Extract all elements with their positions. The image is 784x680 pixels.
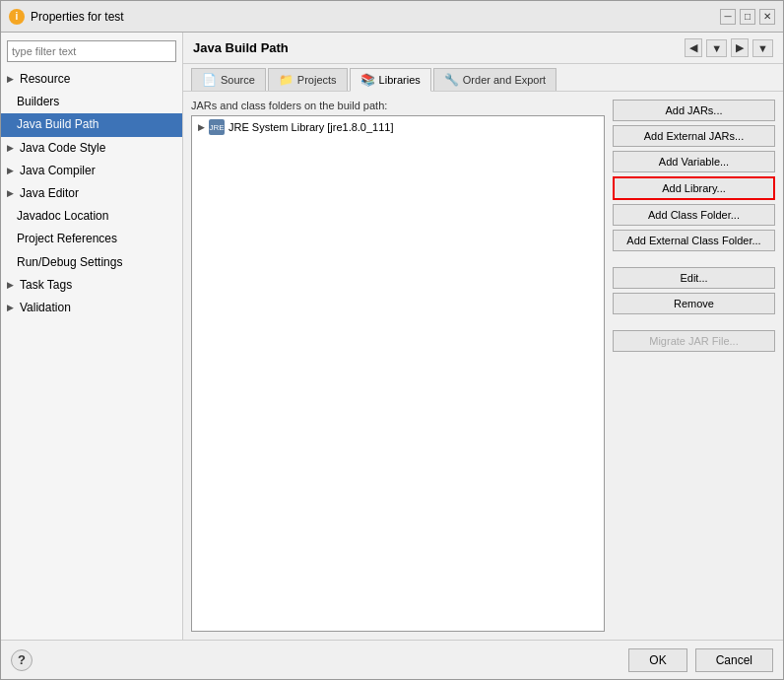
tab-libraries-label: Libraries [379,74,421,86]
remove-button[interactable]: Remove [613,293,775,314]
right-panel: Java Build Path ◀ ▼ ▶ ▼ 📄 Source 📁 Proje… [183,33,783,640]
list-and-buttons: JARs and class folders on the build path… [191,100,605,632]
sidebar-item-run-debug-settings[interactable]: Run/Debug Settings [1,251,182,274]
menu-button[interactable]: ▼ [752,39,773,57]
add-variable-button[interactable]: Add Variable... [613,151,775,172]
nav-dropdown-button[interactable]: ▼ [706,39,727,57]
add-library-button[interactable]: Add Library... [613,176,775,200]
order-export-tab-icon: 🔧 [444,73,459,87]
edit-button[interactable]: Edit... [613,267,775,289]
tab-projects[interactable]: 📁 Projects [268,68,348,91]
panel-header: Java Build Path ◀ ▼ ▶ ▼ [183,33,783,64]
sidebar-item-task-tags[interactable]: ▶ Task Tags [1,274,182,297]
expand-arrow-validation: ▶ [7,301,14,314]
sidebar-item-java-code-style[interactable]: ▶ Java Code Style [1,137,182,160]
sidebar: ▶ Resource Builders Java Build Path ▶ Ja… [1,33,183,640]
add-jars-button[interactable]: Add JARs... [613,100,775,121]
sidebar-item-java-editor[interactable]: ▶ Java Editor [1,182,182,205]
ok-button[interactable]: OK [628,648,686,672]
expand-arrow-java-editor: ▶ [7,186,14,200]
list-item-arrow: ▶ [198,122,205,132]
panel-nav: ◀ ▼ ▶ ▼ [685,38,773,57]
sidebar-item-java-build-path[interactable]: Java Build Path [1,113,182,136]
tab-order-export[interactable]: 🔧 Order and Export [433,68,556,91]
tab-source-label: Source [221,74,255,86]
back-button[interactable]: ◀ [685,38,702,57]
buttons-panel: Add JARs... Add External JARs... Add Var… [613,100,775,632]
add-external-class-folder-button[interactable]: Add External Class Folder... [613,230,775,251]
cancel-button[interactable]: Cancel [695,648,773,672]
expand-arrow-resource: ▶ [7,72,14,86]
tab-source[interactable]: 📄 Source [191,68,266,91]
dialog-title: Properties for test [31,10,124,24]
sidebar-item-java-compiler[interactable]: ▶ Java Compiler [1,160,182,182]
tab-order-export-label: Order and Export [463,74,546,86]
bottom-right: OK Cancel [628,648,773,672]
jre-library-icon: JRE [209,119,225,135]
add-class-folder-button[interactable]: Add Class Folder... [613,204,775,226]
title-controls: ─ □ ✕ [720,9,775,25]
bottom-left: ? [11,649,33,671]
filter-input[interactable] [7,40,176,62]
sidebar-item-builders[interactable]: Builders [1,91,182,113]
expand-arrow-java-compiler: ▶ [7,164,14,177]
title-bar-left: i Properties for test [9,9,124,25]
jre-library-label: JRE System Library [jre1.8.0_111] [229,121,394,133]
help-button[interactable]: ? [11,649,33,671]
bottom-bar: ? OK Cancel [1,640,783,679]
build-path-list[interactable]: ▶ JRE JRE System Library [jre1.8.0_111] [191,115,605,632]
forward-button[interactable]: ▶ [731,38,749,57]
main-content: ▶ Resource Builders Java Build Path ▶ Ja… [1,33,783,640]
button-spacer [613,255,775,263]
migrate-jar-button[interactable]: Migrate JAR File... [613,330,775,352]
tab-bar: 📄 Source 📁 Projects 📚 Libraries 🔧 Order … [183,64,783,92]
button-spacer-2 [613,318,775,326]
tab-projects-label: Projects [297,74,337,86]
add-external-jars-button[interactable]: Add External JARs... [613,125,775,147]
expand-arrow-java-code-style: ▶ [7,141,14,155]
close-button[interactable]: ✕ [759,9,775,25]
sidebar-item-validation[interactable]: ▶ Validation [1,297,182,319]
tab-libraries[interactable]: 📚 Libraries [350,68,431,92]
projects-tab-icon: 📁 [279,73,294,87]
sidebar-item-project-references[interactable]: Project References [1,228,182,250]
maximize-button[interactable]: □ [740,9,755,25]
properties-dialog: i Properties for test ─ □ ✕ ▶ Resource B… [0,0,784,680]
panel-title: Java Build Path [193,40,289,55]
title-bar: i Properties for test ─ □ ✕ [1,1,783,33]
sidebar-item-javadoc-location[interactable]: Javadoc Location [1,205,182,228]
dialog-icon: i [9,9,25,25]
source-tab-icon: 📄 [202,73,217,87]
sidebar-item-resource[interactable]: ▶ Resource [1,68,182,91]
panel-body: JARs and class folders on the build path… [183,92,783,640]
panel-description: JARs and class folders on the build path… [191,100,605,115]
list-item-jre[interactable]: ▶ JRE JRE System Library [jre1.8.0_111] [192,116,604,138]
minimize-button[interactable]: ─ [720,9,736,25]
expand-arrow-task-tags: ▶ [7,278,14,292]
libraries-tab-icon: 📚 [360,73,375,87]
